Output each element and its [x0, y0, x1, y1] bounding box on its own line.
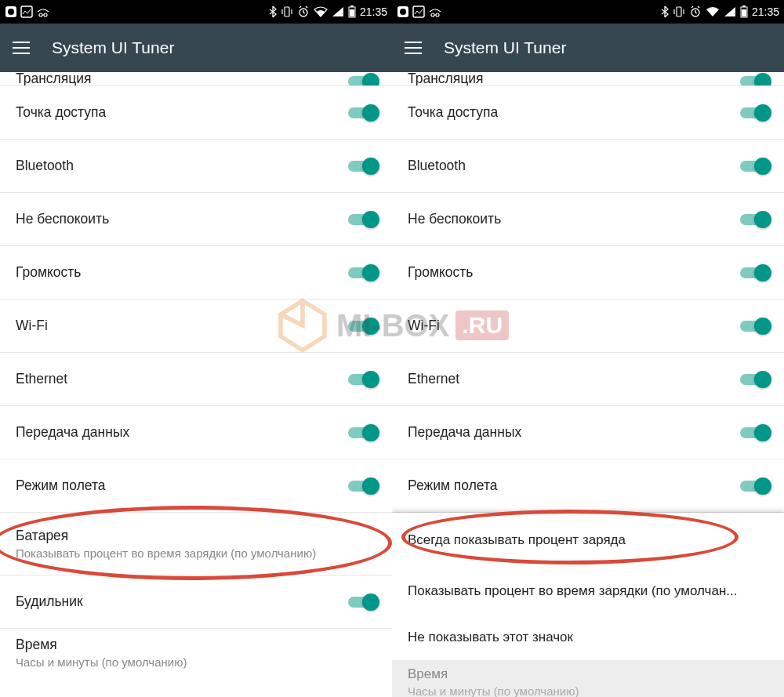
list-item[interactable]: Точка доступа — [392, 86, 784, 140]
svg-rect-2 — [21, 6, 32, 17]
list-item[interactable]: Передача данных — [0, 406, 392, 459]
toggle-switch[interactable] — [348, 477, 379, 495]
wifi-icon — [706, 6, 720, 17]
item-label: Режим полета — [408, 477, 498, 494]
item-label: Передача данных — [408, 424, 521, 441]
hamburger-icon[interactable] — [13, 42, 30, 54]
list-item[interactable]: Ethernet — [392, 353, 784, 406]
bluetooth-icon — [269, 5, 277, 18]
svg-rect-15 — [742, 9, 746, 16]
svg-rect-6 — [350, 5, 354, 7]
toggle-switch[interactable] — [740, 318, 771, 335]
list-item[interactable]: Передача данных — [392, 406, 784, 459]
battery-icon — [740, 5, 748, 18]
list-item[interactable]: Режим полета — [392, 459, 784, 513]
option-label: Всегда показывать процент заряда — [408, 532, 626, 548]
item-label: Bluetooth — [16, 158, 74, 174]
vibrate-icon — [281, 5, 293, 18]
svg-rect-3 — [285, 7, 289, 16]
toggle-switch[interactable] — [348, 158, 379, 175]
item-label: Трансляция — [16, 72, 92, 86]
list-item-dimmed: Время Часы и минуты (по умолчанию) — [392, 660, 784, 697]
list-item[interactable]: Wi-Fi — [392, 299, 784, 353]
toggle-switch[interactable] — [740, 72, 771, 85]
toggle-switch[interactable] — [348, 264, 379, 281]
app-bar: System UI Tuner — [0, 24, 392, 72]
status-bar: 21:35 — [392, 0, 784, 24]
item-sublabel: Часы и минуты (по умолчанию) — [408, 684, 579, 698]
wifi-icon — [314, 6, 328, 17]
item-label: Не беспокоить — [408, 211, 501, 227]
toggle-switch[interactable] — [740, 104, 771, 122]
popup-option-charging[interactable]: Показывать процент во время зарядки (по … — [392, 568, 784, 615]
item-sublabel: Часы и минуты (по умолчанию) — [16, 655, 187, 669]
svg-rect-10 — [413, 6, 424, 17]
item-label: Wi-Fi — [16, 318, 48, 334]
popup-menu: Всегда показывать процент заряда Показыв… — [392, 513, 784, 660]
svg-rect-7 — [350, 9, 354, 16]
item-label: Bluetooth — [408, 158, 466, 174]
popup-option-always[interactable]: Всегда показывать процент заряда — [392, 513, 784, 568]
toggle-switch[interactable] — [740, 158, 771, 175]
list-item[interactable]: Не беспокоить — [392, 193, 784, 246]
svg-point-9 — [400, 9, 406, 15]
list-item[interactable]: Режим полета — [0, 459, 392, 513]
svg-point-1 — [8, 9, 14, 15]
list-item[interactable]: Громкость — [392, 246, 784, 299]
toggle-switch[interactable] — [348, 318, 379, 335]
list-item-time[interactable]: Время Часы и минуты (по умолчанию) — [0, 629, 392, 676]
list-item-partial[interactable]: Трансляция — [392, 72, 784, 86]
hamburger-icon[interactable] — [405, 42, 422, 54]
item-label: Трансляция — [408, 72, 484, 86]
bluetooth-icon — [661, 5, 669, 18]
item-label: Время — [16, 637, 187, 653]
item-label: Будильник — [16, 594, 83, 610]
toggle-switch[interactable] — [740, 211, 771, 228]
app-icon — [412, 5, 425, 18]
item-label: Режим полета — [16, 477, 106, 494]
alarm-icon — [297, 5, 310, 18]
list-item[interactable]: Bluetooth — [392, 140, 784, 193]
app-title: System UI Tuner — [52, 38, 174, 57]
app-title: System UI Tuner — [444, 38, 566, 57]
item-label: Батарея — [16, 528, 316, 544]
list-item[interactable]: Bluetooth — [0, 140, 392, 193]
app-bar: System UI Tuner — [392, 24, 784, 72]
list-item[interactable]: Громкость — [0, 246, 392, 299]
list-item-battery[interactable]: Батарея Показывать процент во время заря… — [0, 513, 392, 575]
toggle-switch[interactable] — [348, 424, 379, 441]
item-label: Wi-Fi — [408, 318, 440, 334]
list-item-partial[interactable]: Трансляция — [0, 72, 392, 86]
left-screenshot: 21:35 System UI Tuner Трансляция Точка д… — [0, 0, 392, 697]
toggle-switch[interactable] — [740, 424, 771, 441]
item-label: Ethernet — [16, 371, 67, 387]
signal-icon — [332, 6, 344, 17]
item-label: Громкость — [16, 264, 81, 281]
option-label: Не показывать этот значок — [408, 630, 573, 645]
toggle-switch[interactable] — [348, 211, 379, 228]
svg-rect-14 — [742, 5, 746, 7]
incognito-icon — [36, 5, 50, 18]
toggle-switch[interactable] — [348, 104, 379, 122]
toggle-switch[interactable] — [740, 264, 771, 281]
list-item[interactable]: Wi-Fi — [0, 299, 392, 353]
list-item[interactable]: Ethernet — [0, 353, 392, 406]
right-screenshot: 21:35 System UI Tuner Трансляция Точка д… — [392, 0, 784, 697]
toggle-switch[interactable] — [348, 72, 379, 85]
item-label: Не беспокоить — [16, 211, 109, 227]
popup-option-never[interactable]: Не показывать этот значок — [392, 615, 784, 660]
list-item[interactable]: Точка доступа — [0, 86, 392, 140]
status-bar: 21:35 — [0, 0, 392, 24]
item-label: Точка доступа — [16, 104, 106, 121]
toggle-switch[interactable] — [740, 477, 771, 495]
toggle-switch[interactable] — [348, 371, 379, 388]
toggle-switch[interactable] — [740, 371, 771, 388]
app-icon — [397, 5, 409, 18]
list-item[interactable]: Будильник — [0, 575, 392, 629]
vibrate-icon — [673, 5, 685, 18]
app-icon — [20, 5, 33, 18]
toggle-switch[interactable] — [348, 594, 379, 611]
item-label: Точка доступа — [408, 104, 498, 121]
list-item[interactable]: Не беспокоить — [0, 193, 392, 246]
svg-rect-11 — [677, 7, 681, 16]
